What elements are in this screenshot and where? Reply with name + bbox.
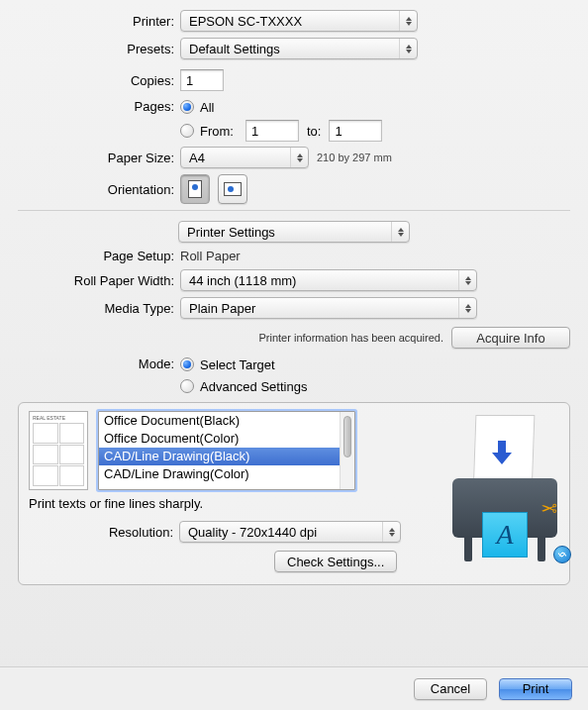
presets-select-value: Default Settings xyxy=(189,42,280,56)
preview-thumbnail: REAL ESTATE xyxy=(29,411,88,490)
presets-label: Presets: xyxy=(18,42,180,56)
dialog-footer: Cancel Print xyxy=(0,666,588,710)
target-panel: REAL ESTATE Office Document(Black) Offic… xyxy=(18,402,570,585)
resolution-select-value: Quality - 720x1440 dpi xyxy=(188,525,317,540)
mode-select-target-radio[interactable] xyxy=(180,357,194,371)
printer-info-text: Printer information has been acquired. xyxy=(259,332,444,344)
section-select[interactable]: Printer Settings xyxy=(178,221,410,243)
chevrons-icon xyxy=(458,270,476,290)
mode-advanced-radio[interactable] xyxy=(180,379,194,393)
mode-select-target-label: Select Target xyxy=(200,357,275,372)
pages-to-label: to: xyxy=(307,124,321,139)
pages-from-input[interactable] xyxy=(245,120,299,142)
print-dialog: Printer: EPSON SC-TXXXX Presets: Default… xyxy=(0,0,588,396)
list-item[interactable]: Office Document(Color) xyxy=(99,430,354,448)
pages-label: Pages: xyxy=(18,97,180,114)
pages-range-radio[interactable] xyxy=(180,124,194,138)
pages-from-label: From: xyxy=(200,124,244,139)
landscape-icon xyxy=(224,182,242,196)
resolution-select[interactable]: Quality - 720x1440 dpi xyxy=(179,521,401,543)
papersize-select-value: A4 xyxy=(189,151,205,165)
papersize-label: Paper Size: xyxy=(18,151,180,165)
orientation-label: Orientation: xyxy=(18,182,180,197)
chevrons-icon xyxy=(290,148,308,167)
orientation-landscape-button[interactable] xyxy=(218,174,247,204)
pages-group: All From: to: xyxy=(180,97,382,141)
pages-to-input[interactable] xyxy=(329,120,382,142)
mediatype-label: Media Type: xyxy=(18,301,180,316)
check-settings-button[interactable]: Check Settings... xyxy=(274,551,397,572)
pages-all-label: All xyxy=(200,100,214,115)
papersize-dim: 210 by 297 mm xyxy=(317,152,392,163)
presets-select[interactable]: Default Settings xyxy=(180,38,418,59)
chevrons-icon xyxy=(458,298,476,318)
pagesetup-label: Page Setup: xyxy=(18,249,180,263)
chevrons-icon xyxy=(382,522,400,542)
target-listbox[interactable]: Office Document(Black) Office Document(C… xyxy=(98,411,355,490)
printer-illustration: ✂ A xyxy=(441,403,569,561)
acquire-info-button[interactable]: Acquire Info xyxy=(451,327,570,349)
pagesetup-value: Roll Paper xyxy=(180,249,241,263)
cancel-button[interactable]: Cancel xyxy=(414,678,487,700)
chevrons-icon xyxy=(399,11,417,31)
divider xyxy=(18,210,570,211)
print-button[interactable]: Print xyxy=(499,678,572,700)
list-item[interactable]: CAD/Line Drawing(Color) xyxy=(99,465,354,483)
rollwidth-select-value: 44 inch (1118 mm) xyxy=(189,273,296,288)
list-item-selected[interactable]: CAD/Line Drawing(Black) xyxy=(99,448,354,465)
orientation-portrait-button[interactable] xyxy=(180,174,210,204)
printer-select[interactable]: EPSON SC-TXXXX xyxy=(180,10,418,32)
mode-group: Select Target Advanced Settings xyxy=(180,355,307,396)
rollwidth-label: Roll Paper Width: xyxy=(18,273,180,288)
papersize-select[interactable]: A4 xyxy=(180,147,309,168)
section-select-value: Printer Settings xyxy=(187,225,275,240)
chevrons-icon xyxy=(391,222,409,242)
scrollbar[interactable] xyxy=(340,412,354,489)
mediatype-select[interactable]: Plain Paper xyxy=(180,297,477,319)
copies-input[interactable] xyxy=(180,69,224,91)
sync-icon xyxy=(553,546,571,563)
printer-label: Printer: xyxy=(18,14,180,29)
scissors-icon: ✂ xyxy=(540,496,557,520)
chevrons-icon xyxy=(399,39,417,58)
copies-label: Copies: xyxy=(18,73,180,88)
printer-select-value: EPSON SC-TXXXX xyxy=(189,14,302,29)
mode-label: Mode: xyxy=(18,355,180,371)
portrait-icon xyxy=(188,180,202,198)
resolution-label: Resolution: xyxy=(29,525,179,540)
pages-all-radio[interactable] xyxy=(180,100,194,114)
rollwidth-select[interactable]: 44 inch (1118 mm) xyxy=(180,269,477,291)
list-item[interactable]: Office Document(Black) xyxy=(99,412,354,430)
mode-advanced-label: Advanced Settings xyxy=(200,379,307,394)
mediatype-select-value: Plain Paper xyxy=(189,301,255,316)
